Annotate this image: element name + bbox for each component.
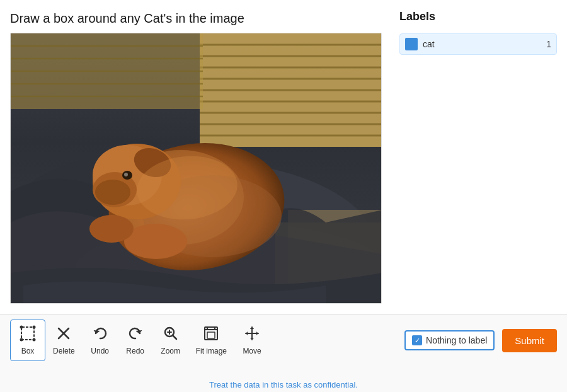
toolbar-tools: Box Delete (10, 320, 404, 361)
nothing-to-label-checkbox[interactable]: ✓ Nothing to label (404, 330, 495, 350)
label-count-cat: 1 (546, 39, 551, 49)
submit-button[interactable]: Submit (502, 329, 557, 352)
nothing-to-label-text: Nothing to label (426, 335, 487, 345)
svg-rect-50 (207, 332, 215, 338)
svg-point-36 (20, 326, 23, 329)
tool-redo-label: Redo (126, 347, 144, 355)
dog-image (11, 33, 382, 304)
left-panel: Draw a box around any Cat's in the image (10, 10, 389, 304)
tool-move-button[interactable]: Move (234, 320, 270, 360)
undo-icon (92, 325, 108, 344)
svg-rect-35 (21, 327, 34, 340)
labels-heading: Labels (399, 10, 557, 26)
tool-move-label: Move (243, 347, 261, 355)
tool-zoom-label: Zoom (161, 347, 180, 355)
svg-point-38 (20, 338, 23, 342)
image-canvas[interactable] (10, 33, 382, 304)
svg-point-39 (33, 338, 36, 342)
svg-point-37 (33, 326, 36, 329)
delete-icon (55, 325, 72, 344)
tool-redo-button[interactable]: Redo (118, 320, 153, 360)
svg-marker-55 (246, 331, 248, 335)
tool-box-label: Box (21, 347, 35, 355)
tool-delete-label: Delete (53, 347, 75, 355)
tool-delete-button[interactable]: Delete (45, 320, 83, 360)
tool-zoom-button[interactable]: Zoom (153, 320, 188, 360)
label-color-cat (405, 38, 418, 50)
bottom-toolbar-wrapper: Box Delete (0, 314, 567, 392)
content-area: Draw a box around any Cat's in the image (0, 0, 567, 314)
main-container: Draw a box around any Cat's in the image (0, 0, 567, 392)
svg-line-43 (173, 335, 176, 339)
tool-fit-image-button[interactable]: Fit image (188, 320, 234, 360)
svg-point-28 (95, 180, 130, 205)
tool-undo-button[interactable]: Undo (83, 320, 118, 360)
task-title: Draw a box around any Cat's in the image (10, 10, 389, 26)
redo-icon (127, 325, 144, 344)
tool-box-button[interactable]: Box (10, 320, 45, 361)
svg-point-32 (124, 224, 187, 259)
tool-undo-label: Undo (91, 347, 109, 355)
move-icon (244, 325, 260, 344)
label-item-cat: cat 1 (399, 33, 557, 55)
svg-point-33 (89, 215, 134, 243)
svg-marker-56 (256, 331, 258, 335)
confidential-notice: Treat the data in this task as confident… (209, 380, 358, 389)
checkbox-checked-icon: ✓ (412, 335, 422, 345)
zoom-icon (163, 325, 179, 344)
svg-marker-54 (250, 338, 254, 340)
box-icon (20, 325, 36, 344)
right-panel: Labels cat 1 (399, 10, 557, 304)
label-name-cat: cat (423, 39, 541, 49)
toolbar-right: ✓ Nothing to label Submit (404, 329, 557, 352)
svg-marker-53 (250, 327, 254, 329)
tool-fit-image-label: Fit image (196, 347, 227, 355)
svg-point-30 (124, 173, 128, 176)
fit-image-icon (203, 325, 219, 344)
bottom-toolbar: Box Delete (0, 314, 567, 378)
